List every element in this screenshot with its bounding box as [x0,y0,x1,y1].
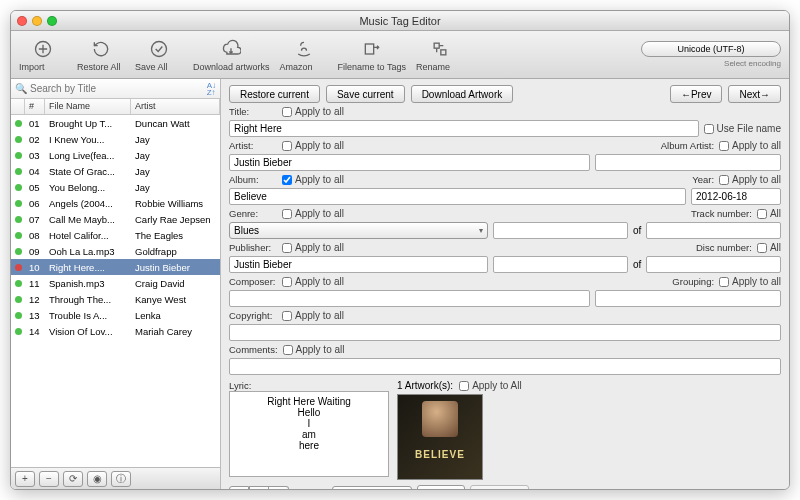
prev-button[interactable]: ←Prev [670,85,723,103]
use-filename-checkbox[interactable] [704,124,714,134]
comments-apply-checkbox[interactable] [283,345,293,355]
table-row[interactable]: 07Call Me Mayb...Carly Rae Jepsen [11,211,220,227]
lyric-textarea[interactable]: Right Here WaitingHelloIamhere [229,391,389,477]
table-row[interactable]: 10Right Here....Justin Bieber [11,259,220,275]
genre-apply-checkbox[interactable] [282,209,292,219]
genre-select[interactable]: Blues [229,222,488,239]
titlebar: Music Tag Editor [11,11,789,31]
publisher-field[interactable]: Justin Bieber [229,256,488,273]
track-num-field[interactable] [493,222,628,239]
file-list[interactable]: 01Brought Up T...Duncan Watt02I Knew You… [11,115,220,467]
amazon-button[interactable]: Amazon [280,37,328,72]
save-all-button[interactable]: Save All [135,37,183,72]
table-row[interactable]: 03Long Live(fea...Jay [11,147,220,163]
title-field[interactable]: Right Here [229,120,699,137]
track-all-checkbox[interactable] [757,209,767,219]
rename-button[interactable]: Rename [416,37,464,72]
year-field[interactable]: 2012-06-18 [691,188,781,205]
editor-panel: Restore current Save current Download Ar… [221,79,789,489]
svg-rect-4 [441,50,446,55]
publisher-apply-checkbox[interactable] [282,243,292,253]
svg-rect-3 [434,43,439,48]
copyright-field[interactable] [229,324,781,341]
year-apply-checkbox[interactable] [719,175,729,185]
remove-artwork-button[interactable]: Remove [470,485,529,489]
table-row[interactable]: 08Hotel Califor...The Eagles [11,227,220,243]
table-row[interactable]: 12Through The...Kanye West [11,291,220,307]
reveal-button[interactable]: ◉ [87,471,107,487]
table-header: # File Name Artist [11,99,220,115]
add-artwork-button[interactable]: Add... [417,485,465,489]
composer-field[interactable] [229,290,590,307]
save-current-button[interactable]: Save current [326,85,405,103]
copyright-apply-checkbox[interactable] [282,311,292,321]
filename-to-tags-button[interactable]: Filename to Tags [338,37,406,72]
restore-all-button[interactable]: Restore All [77,37,125,72]
remove-file-button[interactable]: − [39,471,59,487]
table-row[interactable]: 05You Belong...Jay [11,179,220,195]
reload-button[interactable]: ⟳ [63,471,83,487]
disc-num-field[interactable] [493,256,628,273]
grouping-apply-checkbox[interactable] [719,277,729,287]
app-window: Music Tag Editor Import Restore All Save… [10,10,790,490]
table-row[interactable]: 09Ooh La La.mp3Goldfrapp [11,243,220,259]
next-button[interactable]: Next→ [728,85,781,103]
track-total-field[interactable] [646,222,781,239]
table-row[interactable]: 01Brought Up T...Duncan Watt [11,115,220,131]
search-input[interactable] [30,83,204,94]
info-button[interactable]: ⓘ [111,471,131,487]
disc-total-field[interactable] [646,256,781,273]
download-artwork-button[interactable]: Download Artwork [411,85,514,103]
table-row[interactable]: 02I Knew You...Jay [11,131,220,147]
title-apply-checkbox[interactable] [282,107,292,117]
window-title: Music Tag Editor [11,15,789,27]
composer-apply-checkbox[interactable] [282,277,292,287]
album-apply-checkbox[interactable] [282,175,292,185]
toolbar: Import Restore All Save All Download art… [11,31,789,79]
download-artworks-button[interactable]: Download artworks [193,37,270,72]
align-segment[interactable]: ≡≣≡ [229,486,289,489]
encoding-select[interactable]: Unicode (UTF-8) [641,41,781,57]
artwork-apply-checkbox[interactable] [459,381,469,391]
restore-current-button[interactable]: Restore current [229,85,320,103]
artist-apply-checkbox[interactable] [282,141,292,151]
disc-all-checkbox[interactable] [757,243,767,253]
album-field[interactable]: Believe [229,188,686,205]
sort-icon[interactable]: A↓Z↑ [207,82,216,96]
encoding-label: Select encoding [641,59,781,68]
artwork-thumbnail[interactable]: BELIEVE [397,394,483,480]
import-button[interactable]: Import [19,37,67,72]
add-file-button[interactable]: + [15,471,35,487]
svg-rect-2 [365,44,373,54]
artist-field[interactable]: Justin Bieber [229,154,590,171]
table-row[interactable]: 04State Of Grac...Jay [11,163,220,179]
table-row[interactable]: 11Spanish.mp3Craig David [11,275,220,291]
table-row[interactable]: 06Angels (2004...Robbie Williams [11,195,220,211]
albumartist-apply-checkbox[interactable] [719,141,729,151]
grouping-field[interactable] [595,290,781,307]
table-row[interactable]: 13Trouble Is A...Lenka [11,307,220,323]
table-row[interactable]: 14Vision Of Lov...Mariah Carey [11,323,220,339]
lyric-source-select[interactable]: LyricWiki [332,486,412,490]
comments-field[interactable] [229,358,781,375]
sidebar: 🔍 A↓Z↑ # File Name Artist 01Brought Up T… [11,79,221,489]
search-icon: 🔍 [15,83,27,94]
album-artist-field[interactable] [595,154,781,171]
svg-point-1 [152,42,167,57]
